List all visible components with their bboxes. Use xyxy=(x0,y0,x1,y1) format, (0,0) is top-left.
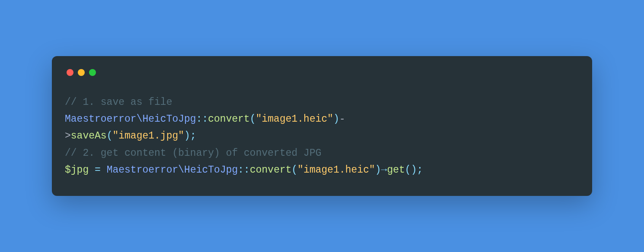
window-titlebar xyxy=(67,69,579,76)
code-content: // 1. save as file Maestroerror\HeicToJp… xyxy=(65,94,579,178)
code-punct: = xyxy=(95,164,101,176)
code-text xyxy=(89,164,95,176)
code-punct: ( xyxy=(250,113,256,125)
code-variable: $jpg xyxy=(65,164,89,176)
maximize-icon[interactable] xyxy=(89,69,96,76)
code-punct: ) xyxy=(375,164,381,176)
code-function: convert xyxy=(208,113,250,125)
code-string: "image1.heic" xyxy=(297,164,375,176)
minimize-icon[interactable] xyxy=(78,69,85,76)
close-icon[interactable] xyxy=(67,69,73,76)
code-text xyxy=(101,164,107,176)
code-function: saveAs xyxy=(71,130,107,142)
code-namespace: Maestroerror\HeicToJpg xyxy=(65,113,196,125)
code-text: - xyxy=(339,113,345,125)
code-string: "image1.heic" xyxy=(256,113,333,125)
code-comment: // 2. get content (binary) of converted … xyxy=(65,148,322,159)
code-punct: ; xyxy=(190,130,196,142)
code-string: "image1.jpg" xyxy=(112,130,184,142)
code-namespace: Maestroerror\HeicToJpg xyxy=(107,164,238,176)
code-punct: :: xyxy=(238,164,250,176)
code-comment: // 1. save as file xyxy=(65,97,172,108)
code-function: get xyxy=(387,164,405,176)
code-text: > xyxy=(65,130,71,142)
code-punct: ; xyxy=(417,164,423,176)
code-punct: ) xyxy=(411,164,417,176)
arrow-icon: → xyxy=(381,164,387,176)
code-function: convert xyxy=(250,164,292,176)
code-window: // 1. save as file Maestroerror\HeicToJp… xyxy=(52,56,592,195)
code-punct: ( xyxy=(405,164,411,176)
code-punct: ( xyxy=(107,130,113,142)
code-punct: ) xyxy=(184,130,190,142)
code-punct: :: xyxy=(196,113,208,125)
code-punct: ) xyxy=(333,113,339,125)
code-punct: ( xyxy=(292,164,298,176)
